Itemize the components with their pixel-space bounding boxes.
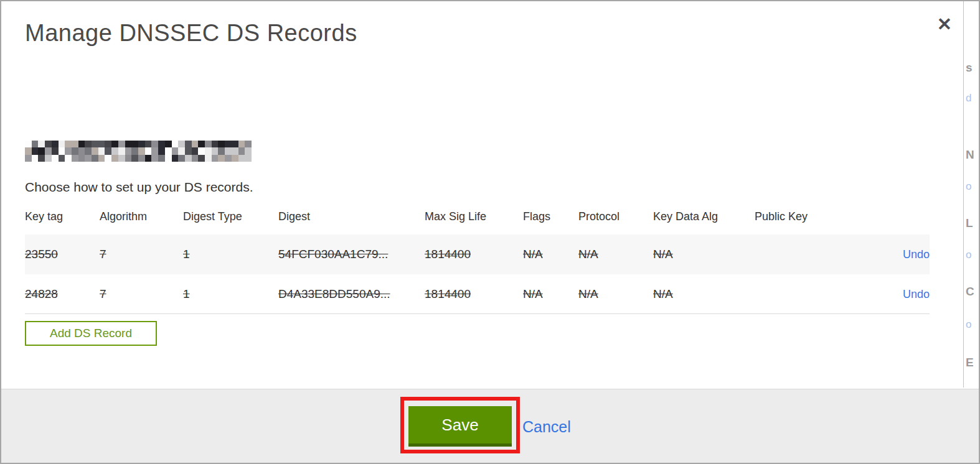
cell-digest: D4A33E8DD550A9... — [278, 287, 425, 301]
redaction-pixel — [225, 155, 232, 162]
redaction-pixel — [72, 147, 78, 154]
redaction-pixel — [45, 147, 52, 154]
redaction-pixel — [125, 147, 132, 154]
redaction-pixel — [65, 141, 72, 147]
redaction-pixel — [151, 155, 158, 162]
table-body: 235507154FCF030AA1C79...1814400N/AN/AN/A… — [25, 234, 930, 314]
redaction-pixel — [218, 141, 225, 147]
redaction-pixel — [92, 141, 98, 147]
redaction-pixel — [72, 141, 78, 147]
redaction-pixel — [178, 155, 185, 162]
redaction-pixel — [138, 155, 145, 162]
redaction-pixel — [232, 141, 238, 147]
redaction-pixel — [245, 141, 252, 147]
redaction-pixel — [212, 147, 219, 154]
cell-digest-type: 1 — [183, 248, 278, 261]
redaction-pixel — [105, 147, 111, 154]
redaction-pixel — [98, 155, 105, 162]
cell-action: Undo — [886, 248, 930, 261]
redaction-pixel — [59, 147, 65, 154]
bleed-text-fragment: E — [966, 356, 974, 369]
close-icon: ✕ — [937, 14, 952, 34]
table-header-row: Key tagAlgorithmDigest TypeDigestMax Sig… — [25, 208, 930, 234]
redaction-pixel — [172, 141, 179, 147]
redaction-pixel — [98, 141, 105, 147]
redaction-pixel — [165, 141, 172, 147]
redaction-pixel — [25, 155, 32, 162]
redaction-pixel — [212, 141, 219, 147]
redaction-pixel — [145, 141, 152, 147]
cell-protocol: N/A — [578, 248, 653, 261]
redaction-pixel — [198, 155, 205, 162]
redaction-pixel — [118, 155, 125, 162]
redaction-pixel — [98, 147, 105, 154]
redaction-pixel — [238, 155, 245, 162]
redaction-pixel — [138, 147, 145, 154]
annotation-highlight-box: Save — [400, 397, 520, 453]
redaction-pixel — [25, 147, 32, 154]
redaction-pixel — [45, 141, 52, 147]
bleed-text-fragment: o — [966, 249, 971, 261]
cell-flags: N/A — [523, 287, 578, 301]
cell-key-data-alg: N/A — [653, 248, 755, 261]
redaction-pixel — [225, 147, 232, 154]
redaction-pixel — [218, 155, 225, 162]
redaction-pixel — [125, 155, 132, 162]
redaction-pixel — [45, 155, 52, 162]
bleed-text-fragment: L — [966, 216, 973, 230]
redaction-pixel — [225, 141, 232, 147]
redaction-pixel — [59, 155, 65, 162]
redaction-pixel — [172, 155, 179, 162]
bleed-text-fragment: s — [966, 61, 973, 75]
table-row: 235507154FCF030AA1C79...1814400N/AN/AN/A… — [25, 234, 930, 274]
cell-key-tag: 24828 — [25, 287, 100, 301]
redaction-pixel — [59, 141, 65, 147]
bleed-text-fragment: o — [966, 318, 971, 331]
column-header: Key tag — [25, 208, 100, 223]
redaction-pixel — [125, 141, 132, 147]
bleed-text-fragment: N — [966, 148, 974, 162]
redaction-pixel — [178, 147, 185, 154]
redaction-pixel — [232, 155, 238, 162]
undo-link[interactable]: Undo — [903, 248, 930, 261]
close-button[interactable]: ✕ — [934, 14, 955, 35]
dialog-footer: Save Cancel — [1, 389, 979, 463]
redaction-pixel — [78, 147, 85, 154]
redacted-domain-name — [25, 141, 252, 162]
redaction-pixel — [131, 155, 138, 162]
redaction-pixel — [158, 141, 165, 147]
undo-link[interactable]: Undo — [903, 288, 930, 300]
column-header: Digest — [278, 208, 425, 223]
redaction-pixel — [151, 141, 158, 147]
redaction-pixel — [52, 147, 59, 154]
add-ds-record-button[interactable]: Add DS Record — [25, 321, 157, 346]
redaction-pixel — [32, 141, 39, 147]
cell-action: Undo — [886, 287, 930, 301]
table-row: 2482871D4A33E8DD550A9...1814400N/AN/AN/A… — [25, 274, 930, 314]
redaction-pixel — [178, 141, 185, 147]
column-header: Protocol — [578, 208, 653, 223]
redaction-pixel — [52, 141, 59, 147]
save-button[interactable]: Save — [408, 406, 512, 447]
column-header: Digest Type — [183, 208, 278, 223]
redaction-pixel — [131, 141, 138, 147]
redaction-pixel — [78, 155, 85, 162]
redaction-pixel — [245, 147, 252, 154]
redaction-pixel — [92, 155, 98, 162]
redaction-pixel — [218, 147, 225, 154]
cell-max-sig-life: 1814400 — [425, 248, 523, 261]
column-header: Algorithm — [100, 208, 183, 223]
cell-algorithm: 7 — [100, 287, 183, 301]
redaction-pixel — [32, 147, 39, 154]
cancel-link[interactable]: Cancel — [522, 418, 571, 436]
redaction-pixel — [232, 147, 238, 154]
redaction-pixel — [245, 155, 252, 162]
bleed-text-fragment: d — [966, 92, 971, 104]
redaction-pixel — [85, 147, 92, 154]
redaction-pixel — [32, 155, 39, 162]
redaction-pixel — [145, 147, 152, 154]
redaction-pixel — [238, 147, 245, 154]
redaction-pixel — [205, 155, 212, 162]
redaction-pixel — [85, 155, 92, 162]
redaction-pixel — [185, 155, 192, 162]
